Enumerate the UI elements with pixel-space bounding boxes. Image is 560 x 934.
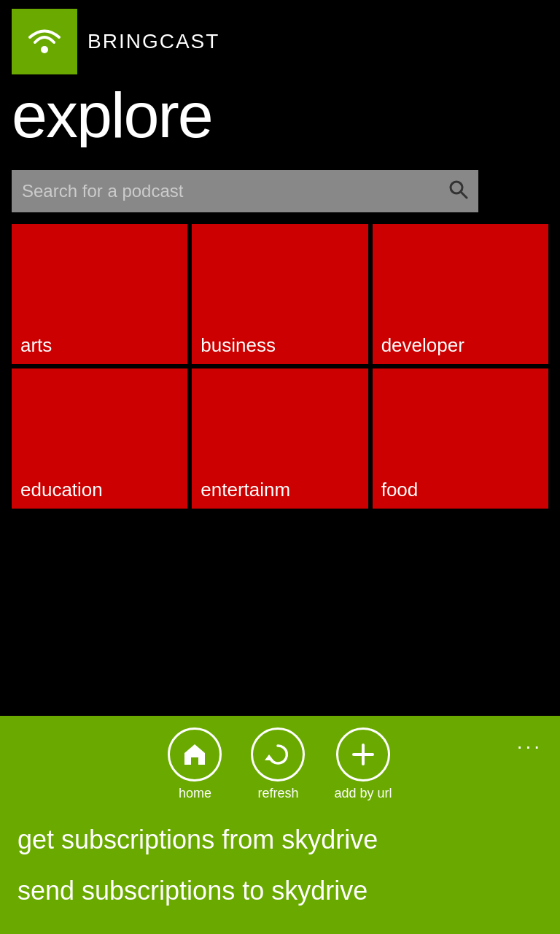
- more-options-button[interactable]: ...: [517, 730, 542, 754]
- plus-icon: [350, 741, 376, 768]
- refresh-button[interactable]: refresh: [251, 727, 305, 801]
- category-grid: arts business developer education entert…: [0, 220, 560, 509]
- action-bar-top: home refresh: [0, 716, 560, 804]
- category-label-developer: developer: [381, 334, 464, 357]
- home-label: home: [179, 786, 211, 801]
- category-tile-developer[interactable]: developer: [373, 224, 548, 364]
- app-title: BRINGCAST: [88, 30, 219, 53]
- search-container: [12, 170, 548, 212]
- app-header: BRINGCAST: [0, 0, 560, 83]
- category-tile-food[interactable]: food: [373, 368, 548, 509]
- svg-marker-4: [265, 754, 273, 760]
- page-title: explore: [12, 83, 212, 147]
- home-button-circle: [168, 727, 222, 781]
- category-label-education: education: [20, 479, 103, 501]
- add-by-url-label: add by url: [334, 786, 392, 801]
- app-icon: [12, 9, 77, 74]
- action-buttons: home refresh: [168, 727, 392, 801]
- add-by-url-button-circle: [336, 727, 390, 781]
- search-box: [12, 170, 478, 212]
- svg-point-0: [41, 46, 48, 53]
- send-subscriptions-item[interactable]: send subscriptions to skydrive: [18, 865, 542, 916]
- category-tile-entertainment[interactable]: entertainm: [192, 368, 368, 509]
- category-label-food: food: [381, 479, 419, 501]
- action-bar: home refresh: [0, 716, 560, 934]
- svg-rect-3: [192, 757, 198, 765]
- add-by-url-button[interactable]: add by url: [334, 727, 392, 801]
- page-title-row: explore: [0, 83, 560, 147]
- category-tile-education[interactable]: education: [12, 368, 187, 509]
- home-icon: [182, 741, 208, 768]
- category-label-entertainment: entertainm: [201, 479, 290, 501]
- action-bar-menu: get subscriptions from skydrive send sub…: [0, 804, 560, 934]
- category-tile-arts[interactable]: arts: [12, 224, 187, 364]
- search-input[interactable]: [22, 181, 448, 201]
- refresh-button-circle: [251, 727, 305, 781]
- category-tile-business[interactable]: business: [192, 224, 368, 364]
- category-label-business: business: [201, 334, 276, 357]
- svg-line-2: [461, 192, 467, 198]
- home-button[interactable]: home: [168, 727, 222, 801]
- podcast-icon: [25, 22, 64, 61]
- refresh-icon: [265, 741, 291, 768]
- get-subscriptions-item[interactable]: get subscriptions from skydrive: [18, 814, 542, 865]
- category-label-arts: arts: [20, 334, 52, 357]
- refresh-label: refresh: [257, 786, 298, 801]
- search-icon[interactable]: [448, 179, 468, 204]
